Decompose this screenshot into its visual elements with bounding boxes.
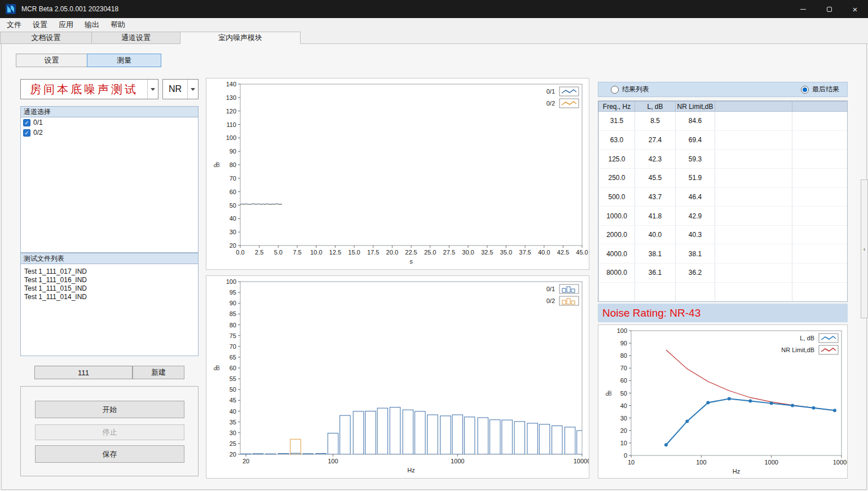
save-button[interactable]: 保存: [35, 445, 184, 463]
svg-text:NR Limit,dB: NR Limit,dB: [781, 347, 814, 353]
minimize-button[interactable]: [790, 0, 816, 18]
main-tab-0[interactable]: 文档设置: [0, 32, 92, 44]
checkbox-icon[interactable]: ✓: [23, 129, 30, 137]
svg-text:90: 90: [230, 300, 236, 306]
table-cell: 500.0: [599, 187, 635, 207]
radio-result-list[interactable]: 结果列表: [611, 85, 649, 94]
table-row[interactable]: 8000.036.136.2: [599, 264, 848, 283]
svg-text:10.0: 10.0: [310, 249, 322, 256]
main-tab-strip: 文档设置通道设置室内噪声模块: [0, 32, 868, 44]
table-cell: 1000.0: [599, 207, 635, 226]
table-cell: [676, 282, 715, 301]
radio-icon: [801, 86, 809, 94]
file-listbox[interactable]: Test 1_111_017_INDTest 1_111_016_INDTest…: [20, 264, 199, 356]
main-tab-2[interactable]: 室内噪声模块: [180, 32, 301, 44]
svg-text:0/2: 0/2: [547, 100, 555, 107]
sub-tab-1[interactable]: 测量: [87, 54, 161, 67]
table-cell: 36.1: [635, 264, 676, 283]
channel-row-0-2[interactable]: ✓0/2: [21, 128, 198, 138]
maximize-button[interactable]: [816, 0, 842, 18]
svg-text:50: 50: [620, 390, 627, 397]
table-cell: [792, 207, 848, 226]
svg-text:0/1: 0/1: [547, 88, 555, 95]
test-type-combobox[interactable]: 房间本底噪声测试: [20, 79, 158, 99]
table-cell: 31.5: [599, 112, 635, 131]
table-header-cell: [715, 102, 792, 112]
table-cell: 45.5: [635, 168, 676, 187]
table-row[interactable]: 63.027.469.4: [599, 130, 848, 150]
menu-item-3[interactable]: 输出: [79, 18, 105, 32]
results-table-container[interactable]: Freq., HzL, dBNR Limit,dB 31.58.584.663.…: [598, 100, 848, 302]
table-cell: [715, 225, 792, 244]
menu-item-0[interactable]: 文件: [1, 18, 27, 32]
table-row[interactable]: 1000.041.842.9: [599, 207, 848, 226]
table-cell: 59.3: [676, 150, 715, 169]
svg-text:110: 110: [226, 121, 236, 128]
checkbox-icon[interactable]: ✓: [23, 119, 30, 126]
svg-text:10: 10: [620, 440, 627, 446]
svg-text:40: 40: [230, 408, 236, 415]
svg-text:20: 20: [620, 427, 627, 434]
table-cell: [715, 187, 792, 207]
svg-text:Hz: Hz: [733, 468, 740, 475]
table-cell: [792, 112, 848, 131]
svg-text:㏈: ㏈: [213, 364, 220, 372]
table-row[interactable]: 31.58.584.6: [599, 112, 848, 131]
test-type-dropdown-button[interactable]: [147, 80, 158, 99]
file-list-item[interactable]: Test 1_111_017_IND: [21, 268, 198, 276]
svg-text:80: 80: [620, 352, 627, 359]
start-button[interactable]: 开始: [35, 401, 184, 418]
table-cell: [792, 225, 848, 244]
menu-item-2[interactable]: 应用: [53, 18, 79, 32]
svg-text:20: 20: [230, 242, 236, 249]
svg-text:10000: 10000: [833, 459, 847, 466]
sub-tab-0[interactable]: 设置: [16, 54, 87, 67]
main-tab-1[interactable]: 通道设置: [91, 32, 180, 44]
table-cell: 69.4: [676, 130, 715, 150]
radio-last-result[interactable]: 最后结果: [801, 85, 839, 94]
table-cell: 42.9: [676, 207, 715, 226]
svg-text:45.0: 45.0: [576, 249, 588, 256]
table-row[interactable]: 2000.040.040.3: [599, 225, 848, 244]
time_chart-svg: 20304050607080901001101201301400.02.55.0…: [206, 78, 589, 269]
table-row[interactable]: 500.043.746.4: [599, 187, 848, 207]
close-button[interactable]: ×: [842, 0, 868, 18]
channel-label: 0/1: [33, 119, 43, 126]
svg-text:20: 20: [230, 451, 236, 458]
svg-text:40: 40: [620, 402, 627, 409]
table-cell: 27.4: [635, 130, 676, 150]
svg-text:25: 25: [230, 440, 236, 447]
channel-listbox[interactable]: ✓0/1✓0/2: [20, 117, 199, 253]
chevron-down-icon: [151, 88, 155, 91]
file-list-item[interactable]: Test 1_111_016_IND: [21, 276, 198, 284]
table-cell: 8000.0: [599, 264, 635, 283]
svg-text:20.0: 20.0: [386, 249, 398, 256]
menu-item-1[interactable]: 设置: [27, 18, 53, 32]
table-cell: [715, 150, 792, 169]
channel-section-header: 通道选择: [20, 106, 199, 117]
table-row[interactable]: 250.045.551.9: [599, 168, 848, 187]
table-cell: [792, 150, 848, 169]
table-cell: [715, 264, 792, 283]
app-logo-icon: [6, 4, 16, 14]
file-list-item[interactable]: Test 1_111_015_IND: [21, 284, 198, 293]
rating-dropdown-button[interactable]: [187, 80, 198, 99]
new-button[interactable]: 新建: [133, 366, 184, 379]
channel-row-0-1[interactable]: ✓0/1: [21, 117, 198, 128]
svg-text:12.5: 12.5: [329, 249, 341, 256]
svg-text:55: 55: [230, 375, 236, 382]
svg-text:0/2: 0/2: [547, 297, 555, 304]
table-row[interactable]: 4000.038.138.1: [599, 244, 848, 264]
table-row[interactable]: 125.042.359.3: [599, 150, 848, 169]
svg-text:35: 35: [230, 419, 236, 426]
svg-text:L, dB: L, dB: [800, 335, 814, 341]
menu-item-4[interactable]: 帮助: [105, 18, 131, 32]
file-name-input[interactable]: [34, 366, 133, 379]
svg-text:5.0: 5.0: [274, 249, 283, 256]
table-cell: 46.4: [676, 187, 715, 207]
rating-combobox[interactable]: NR: [162, 79, 199, 99]
svg-text:80: 80: [230, 161, 236, 168]
file-list-item[interactable]: Test 1_111_014_IND: [21, 293, 198, 301]
side-panel-expander[interactable]: ‹: [861, 179, 868, 318]
svg-text:s: s: [409, 258, 413, 265]
